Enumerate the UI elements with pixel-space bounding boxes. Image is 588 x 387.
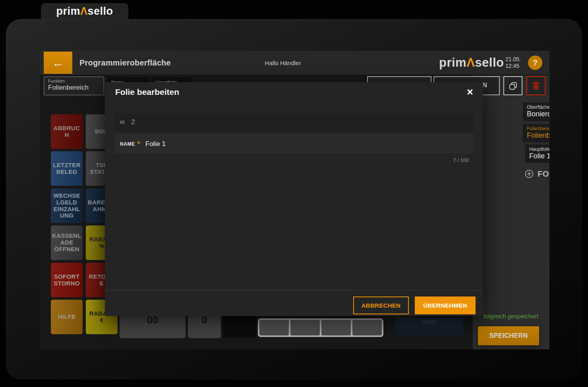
duplicate-button[interactable] <box>503 76 522 95</box>
add-folie-label: FOLIE <box>538 169 549 179</box>
browser-tab[interactable]: primΛsello <box>41 3 128 19</box>
abbrechen-button[interactable]: ABBRECHEN <box>353 297 409 314</box>
app-header: ← Programmieroberfläche Hallo Händler pr… <box>40 51 549 75</box>
datetime-display: 21.05. 12:45 <box>505 56 521 69</box>
greeting-text: Hallo Händler <box>243 51 323 75</box>
card-value: Folie 1 <box>529 152 549 160</box>
time-text: 12:45 <box>505 63 521 69</box>
card-value: Folienbereich 1 <box>527 131 549 140</box>
logo-suffix: sello <box>88 5 113 17</box>
keypad-double-zero-label: 00 <box>120 314 186 326</box>
speichern-button[interactable]: SPEICHERN <box>478 326 539 345</box>
card-value: Bonieroberfläche <box>527 110 549 118</box>
keypad-group-button[interactable] <box>352 320 382 335</box>
logo-prefix: prim <box>439 56 466 70</box>
add-folie-button[interactable]: FOLIE <box>524 169 549 179</box>
keypad-group-button[interactable] <box>259 320 289 335</box>
delete-button[interactable] <box>526 76 545 95</box>
date-text: 21.05. <box>505 56 521 63</box>
dialog-footer: ABBRECHEN ÜBERNEHMEN <box>105 290 483 316</box>
question-mark-icon: ? <box>533 58 538 67</box>
back-button[interactable]: ← <box>44 52 72 74</box>
logo-suffix: sello <box>475 56 504 70</box>
dialog-title: Folie bearbeiten <box>115 87 179 97</box>
id-field-value: 2 <box>131 118 135 126</box>
function-button-abbruch[interactable]: ABBRUCH <box>51 114 83 149</box>
id-field-row: ID 2 <box>114 113 474 131</box>
function-button-hilfe[interactable]: HILFE <box>51 300 83 334</box>
character-counter: 7 / 100 <box>453 157 469 163</box>
desktop-background: primΛsello ← Programmieroberfläche Hallo… <box>0 0 588 387</box>
funktion-value: Folienbereich <box>48 84 100 92</box>
uebernehmen-button[interactable]: ÜBERNEHMEN <box>415 297 476 314</box>
logo-mark: Λ <box>80 5 88 17</box>
name-input-row[interactable]: NAME * Folie 1 <box>114 134 474 154</box>
keypad-button-group <box>258 318 383 337</box>
trash-icon <box>531 81 541 91</box>
copy-icon <box>508 81 518 91</box>
keypad-group-button[interactable] <box>290 320 320 335</box>
bar-payment-button[interactable]: BAR <box>395 318 463 336</box>
id-field-label: ID <box>120 120 125 125</box>
logo-mark: Λ <box>466 56 475 70</box>
close-icon: × <box>467 86 473 98</box>
function-button-kassenlade-oeffnen[interactable]: KASSENLADE ÖFFNEN <box>51 225 83 260</box>
hierarchy-sidebar: Oberfläche Bonieroberfläche Folienbereic… <box>473 75 549 349</box>
card-label: Folienbereich <box>527 126 549 131</box>
sidebar-card-folienbereich[interactable]: Folienbereich Folienbereich 1 <box>523 124 549 142</box>
name-input-label: NAME <box>120 141 135 147</box>
plus-circle-icon <box>524 169 534 179</box>
app-screen: ← Programmieroberfläche Hallo Händler pr… <box>40 51 549 349</box>
sidebar-card-hauptfolie[interactable]: Hauptfolie Folie 1 <box>525 144 549 163</box>
card-label: Hauptfolie <box>529 146 549 152</box>
logo-prefix: prim <box>56 5 80 17</box>
primasello-logo: primΛsello <box>56 5 113 17</box>
arrow-left-icon: ← <box>52 56 64 69</box>
card-label: Oberfläche <box>527 104 549 110</box>
close-button[interactable]: × <box>462 85 478 100</box>
function-button-letzter-beleg[interactable]: LETZTER BELEG <box>51 151 83 186</box>
folie-bearbeiten-dialog: Folie bearbeiten × ID 2 NAME * Folie 1 7… <box>105 82 483 316</box>
keypad-zero-label: 0 <box>188 314 221 326</box>
sidebar-card-oberflaeche[interactable]: Oberfläche Bonieroberfläche <box>523 102 549 121</box>
name-input-value: Folie 1 <box>145 140 166 148</box>
save-status-text: folgreich gespeichert <box>484 313 538 320</box>
bar-payment-label: BAR <box>395 318 463 325</box>
keypad-group-button[interactable] <box>321 320 351 335</box>
function-button-wechselgeld-einzahlung[interactable]: WECHSELGELD EINZAHLUNG <box>51 189 83 223</box>
function-button-sofort-storno[interactable]: SOFORT STORNO <box>51 263 83 297</box>
funktion-label: Funktion <box>48 79 100 83</box>
device-frame: ← Programmieroberfläche Hallo Händler pr… <box>6 19 582 379</box>
funktion-select[interactable]: Funktion Folienbereich <box>44 77 104 95</box>
page-title: Programmieroberfläche <box>79 51 171 75</box>
help-button[interactable]: ? <box>528 56 542 70</box>
header-logo: primΛsello <box>439 51 504 75</box>
required-asterisk: * <box>137 141 140 148</box>
